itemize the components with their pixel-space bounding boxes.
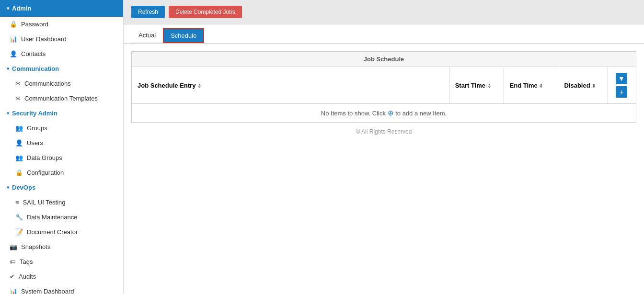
col-header-entry[interactable]: Job Schedule Entry ⇕	[132, 67, 449, 104]
empty-row: No Items to show. Click ⊕ to add a new I…	[132, 104, 636, 123]
config-lock-icon: 🔒	[15, 169, 23, 176]
sidebar-item-user-dashboard[interactable]: 📊 User Dashboard	[0, 32, 123, 46]
add-link-icon[interactable]: ⊕	[388, 109, 394, 117]
system-dash-icon: 📊	[10, 288, 17, 294]
refresh-button[interactable]: Refresh	[131, 6, 165, 18]
sidebar-item-system-dashboard[interactable]: 📊 System Dashboard	[0, 284, 123, 294]
sidebar: ▾ Admin 🔒 Password 📊 User Dashboard 👤 Co…	[0, 0, 124, 294]
email-template-icon: ✉	[15, 95, 21, 102]
sidebar-section-communication[interactable]: ▾ Communication	[0, 61, 123, 76]
users-icon: 👤	[15, 139, 23, 147]
col-header-disabled[interactable]: Disabled ⇕	[558, 67, 608, 104]
sidebar-item-data-groups[interactable]: 👥 Data Groups	[0, 150, 123, 165]
sidebar-section-devops[interactable]: ▾ DevOps	[0, 180, 123, 195]
toolbar: Refresh Delete Completed Jobs	[124, 0, 644, 24]
sidebar-item-password[interactable]: 🔒 Password	[0, 17, 123, 32]
sidebar-header[interactable]: ▾ Admin	[0, 0, 123, 17]
sidebar-header-label: Admin	[12, 5, 31, 12]
security-chevron-icon: ▾	[7, 111, 9, 116]
sidebar-chevron-icon: ▾	[7, 6, 9, 11]
add-item-button[interactable]: +	[616, 86, 627, 98]
tab-bar: Actual Schedule	[124, 24, 644, 44]
sidebar-item-snapshots[interactable]: 📷 Snapshots	[0, 239, 123, 254]
tab-schedule[interactable]: Schedule	[163, 28, 204, 43]
empty-message: No Items to show. Click ⊕ to add a new I…	[132, 104, 636, 123]
lock-icon: 🔒	[10, 21, 17, 28]
data-groups-icon: 👥	[15, 154, 23, 161]
sidebar-item-data-maintenance[interactable]: 🔧 Data Maintenance	[0, 210, 123, 225]
dashboard-icon: 📊	[10, 35, 17, 43]
devops-chevron-icon: ▾	[7, 185, 9, 190]
sort-end-icon: ⇕	[539, 83, 543, 89]
job-schedule-table: Job Schedule Job Schedule Entry ⇕ Start …	[131, 51, 636, 123]
sidebar-item-communication-templates[interactable]: ✉ Communication Templates	[0, 91, 123, 106]
sort-start-icon: ⇕	[487, 83, 491, 89]
copyright-text: © All Rights Reserved	[356, 128, 412, 135]
contact-icon: 👤	[10, 50, 17, 57]
email-icon: ✉	[15, 80, 21, 87]
sidebar-item-sail-ui-testing[interactable]: ≡ SAIL UI Testing	[0, 195, 123, 210]
sidebar-item-groups[interactable]: 👥 Groups	[0, 121, 123, 136]
filter-button[interactable]: ▼	[616, 73, 627, 84]
table-title: Job Schedule	[132, 52, 636, 67]
sidebar-item-configuration[interactable]: 🔒 Configuration	[0, 165, 123, 180]
sidebar-item-tags[interactable]: 🏷 Tags	[0, 254, 123, 269]
tag-icon: 🏷	[10, 258, 16, 265]
content-area: Job Schedule Job Schedule Entry ⇕ Start …	[124, 44, 644, 294]
sort-entry-icon: ⇕	[197, 83, 201, 89]
sidebar-section-security-admin[interactable]: ▾ Security Admin	[0, 106, 123, 121]
sidebar-item-communications[interactable]: ✉ Communications	[0, 76, 123, 91]
communication-chevron-icon: ▾	[7, 66, 9, 71]
sidebar-item-contacts[interactable]: 👤 Contacts	[0, 46, 123, 61]
main-content: Refresh Delete Completed Jobs Actual Sch…	[124, 0, 644, 294]
sidebar-item-users[interactable]: 👤 Users	[0, 136, 123, 150]
delete-completed-jobs-button[interactable]: Delete Completed Jobs	[169, 6, 242, 18]
check-icon: ✔	[10, 273, 15, 280]
camera-icon: 📷	[10, 243, 17, 250]
groups-icon: 👥	[15, 124, 23, 132]
col-header-actions: ▼ +	[608, 67, 636, 104]
col-header-start-time[interactable]: Start Time ⇕	[449, 67, 504, 104]
col-header-end-time[interactable]: End Time ⇕	[504, 67, 558, 104]
sidebar-item-audits[interactable]: ✔ Audits	[0, 269, 123, 284]
tab-actual[interactable]: Actual	[131, 28, 163, 43]
doc-creator-icon: 📝	[15, 228, 23, 236]
sail-icon: ≡	[15, 199, 19, 206]
sidebar-item-document-creator[interactable]: 📝 Document Creator	[0, 225, 123, 239]
footer: © All Rights Reserved	[131, 123, 636, 141]
wrench-icon: 🔧	[15, 214, 23, 221]
sort-disabled-icon: ⇕	[592, 83, 596, 89]
